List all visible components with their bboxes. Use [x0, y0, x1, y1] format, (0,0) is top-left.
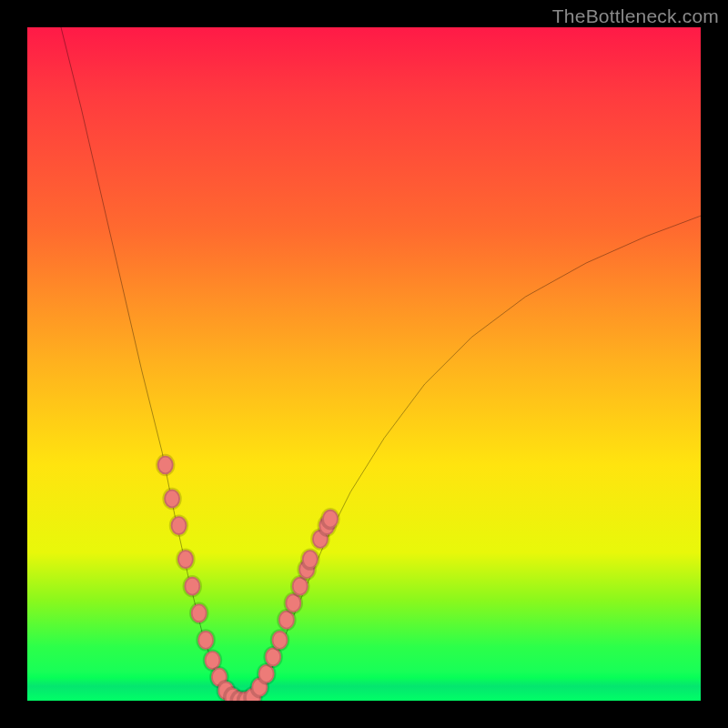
bottleneck-curve-line [61, 27, 701, 701]
curve-marker [157, 456, 174, 475]
curve-marker [184, 577, 200, 596]
curve-marker [197, 631, 214, 650]
curve-marker [171, 516, 187, 535]
curve-markers [157, 456, 339, 701]
curve-marker [164, 490, 180, 509]
curve-marker [302, 550, 318, 569]
watermark-text: TheBottleneck.com [552, 5, 719, 27]
curve-marker [322, 510, 339, 529]
chart-frame: TheBottleneck.com [0, 0, 728, 728]
curve-marker [191, 603, 207, 622]
curve-marker [177, 550, 194, 569]
chart-svg [27, 27, 701, 701]
chart-plot-area [27, 27, 701, 701]
curve-marker [272, 631, 288, 650]
